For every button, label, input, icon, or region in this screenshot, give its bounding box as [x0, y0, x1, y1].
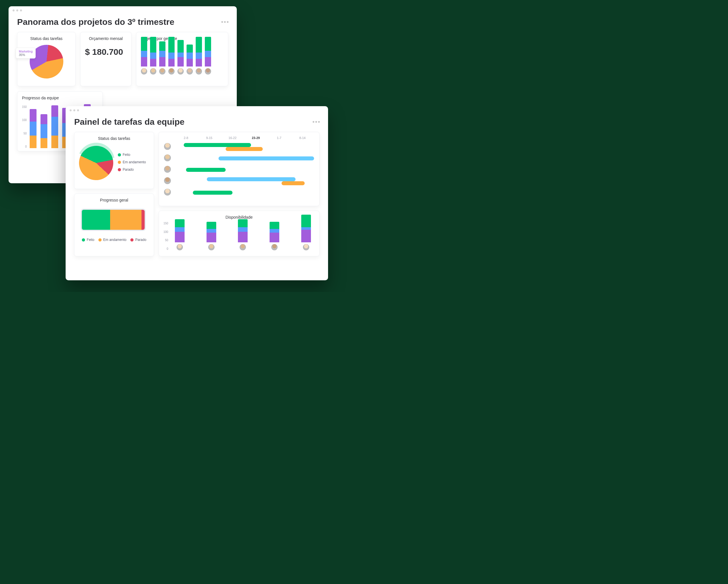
bar-segment — [207, 222, 216, 229]
tooltip-value: 35% — [19, 53, 32, 56]
progress-segment — [141, 210, 145, 230]
legend-label: Em andamento — [123, 160, 146, 164]
legend-item-stuck: Parado — [130, 238, 146, 242]
timeline-tick[interactable]: 1-7 — [267, 136, 291, 139]
tick-label: 50 — [22, 132, 27, 135]
timeline-tick[interactable]: 23-29 — [244, 136, 267, 139]
legend-label: Feito — [123, 153, 130, 157]
avatar — [196, 68, 202, 75]
legend-item-done: Feito — [118, 153, 130, 157]
bar — [205, 37, 211, 67]
card-title: Orçamento mensal — [85, 36, 127, 41]
legend-item-inprogress: Em andamento — [98, 238, 126, 242]
avatar — [271, 244, 278, 250]
gantt-bar[interactable] — [186, 168, 226, 172]
card-title: Disponibilidade — [163, 215, 315, 220]
card-task-status: Status das tarefas Marketing 35% — [17, 32, 76, 86]
bar — [141, 37, 147, 67]
gantt-bar[interactable] — [193, 191, 233, 195]
card-timeline: 2-89-1516-2223-291-78-14 — [159, 132, 319, 206]
bar-segment — [168, 52, 175, 59]
avatar — [303, 244, 309, 250]
bar-segment — [150, 59, 156, 67]
bar-segment — [51, 105, 58, 117]
bar-segment — [141, 37, 147, 51]
kpi-value: $ 180.700 — [85, 47, 127, 57]
avatar — [164, 154, 171, 161]
window-bar — [8, 6, 237, 14]
timeline-tick[interactable]: 2-8 — [174, 136, 198, 139]
bar-segment — [41, 124, 47, 138]
window-bar — [66, 106, 328, 114]
bar-segment — [187, 52, 193, 59]
gantt-row — [164, 153, 314, 164]
bar-segment — [150, 52, 156, 59]
legend-label: Parado — [135, 238, 146, 242]
avatar — [164, 166, 171, 173]
bar-segment — [205, 37, 211, 51]
progress-segment — [110, 210, 141, 230]
bar — [30, 109, 36, 148]
progress-segment — [82, 210, 110, 230]
bar — [238, 219, 248, 242]
page-title: Panorama dos projetos do 3º trimestre — [8, 14, 237, 32]
progress-battery — [81, 209, 146, 231]
bar-segment — [269, 229, 279, 233]
bar-segment — [51, 117, 58, 135]
pie-chart — [73, 140, 119, 185]
bar-segment — [207, 233, 216, 242]
avatar — [150, 68, 156, 75]
bar — [150, 37, 156, 67]
traffic-light-dot — [12, 9, 15, 11]
bar-segment — [175, 219, 185, 227]
bar-segment — [196, 52, 202, 59]
timeline-tick[interactable]: 16-22 — [221, 136, 244, 139]
timeline-tick[interactable]: 9-15 — [198, 136, 221, 139]
timeline-tick[interactable]: 8-14 — [291, 136, 314, 139]
bar-segment — [269, 222, 279, 229]
bar — [207, 222, 216, 242]
gantt-bar[interactable] — [226, 147, 263, 151]
tick-label: 0 — [163, 247, 168, 250]
page-title: Painel de tarefas da equipe — [66, 114, 328, 132]
gantt-row — [164, 164, 314, 176]
gantt-bar[interactable] — [207, 177, 295, 181]
more-icon[interactable]: ••• — [312, 118, 321, 126]
bar-segment — [141, 51, 147, 57]
traffic-light-dot — [70, 109, 72, 111]
gantt-bar[interactable] — [184, 143, 251, 147]
bar-segment — [196, 59, 202, 67]
bar-chart — [171, 222, 315, 250]
legend-label: Parado — [123, 168, 134, 172]
avatar — [159, 68, 165, 75]
bar — [196, 37, 202, 67]
bar-segment — [205, 57, 211, 67]
avatar — [187, 68, 193, 75]
tick-label: 150 — [163, 222, 168, 225]
bar-segment — [159, 42, 165, 51]
tick-label: 0 — [22, 145, 27, 148]
legend-label: Em andamento — [103, 238, 126, 242]
legend: Feito Em andamento Parado — [79, 238, 149, 242]
gantt-bar[interactable] — [282, 181, 305, 185]
bar-segment — [207, 229, 216, 233]
more-icon[interactable]: ••• — [221, 18, 229, 26]
avatar — [177, 68, 184, 75]
bar-segment — [30, 135, 36, 148]
window-team-tasks: Painel de tarefas da equipe ••• Status d… — [66, 106, 328, 280]
bar — [159, 42, 165, 67]
bar-segment — [187, 45, 193, 52]
bar — [168, 37, 175, 67]
bar — [187, 45, 193, 67]
bar-chart — [141, 43, 224, 75]
gantt-row — [164, 176, 314, 187]
bar-segment — [301, 227, 311, 230]
tooltip-label: Marketing — [19, 50, 32, 53]
gantt-bar[interactable] — [218, 156, 314, 160]
timeline-header: 2-89-1516-2223-291-78-14 — [164, 136, 314, 139]
gantt-row — [164, 187, 314, 198]
avatar — [177, 244, 183, 250]
legend-label: Feito — [87, 238, 95, 242]
bar-segment — [30, 109, 36, 122]
avatar — [141, 68, 147, 75]
